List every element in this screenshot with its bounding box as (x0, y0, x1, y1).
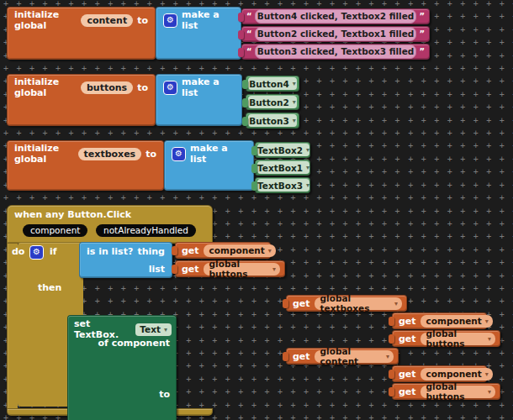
connector-tab (238, 30, 244, 39)
text-string-block[interactable]: “ Button2 clicked, Textbox1 filled ” (241, 26, 430, 42)
variable-name-field[interactable]: content (81, 14, 133, 27)
component-block-textbox3[interactable]: TextBox3▾ (255, 177, 310, 193)
connector-tab (242, 80, 248, 89)
close-quote-icon: ” (419, 29, 425, 39)
variable-dropdown[interactable]: component▾ (420, 315, 493, 328)
variable-dropdown[interactable]: component▾ (204, 244, 276, 257)
component-dropdown[interactable]: TextBox2▾ (257, 144, 309, 156)
make-a-list-block-textboxes[interactable]: ⚙ make a list (164, 140, 254, 191)
dropdown-arrow-icon: ▾ (306, 164, 309, 171)
get-label: get (182, 245, 199, 256)
connector-tab (172, 265, 177, 274)
dropdown-arrow-icon: ▾ (394, 300, 398, 307)
get-global-content-block[interactable]: get global content▾ (286, 348, 399, 365)
init-global-buttons-block[interactable]: initialize global buttons to (7, 74, 156, 126)
connector-tab (283, 299, 288, 308)
dropdown-arrow-icon: ▾ (306, 181, 309, 189)
connector-tab (389, 317, 394, 326)
component-dropdown[interactable]: Button3▾ (248, 114, 297, 127)
text-field[interactable]: Button2 clicked, Textbox1 filled (255, 27, 417, 41)
connector-tab (251, 181, 257, 191)
component-dropdown[interactable]: TextBox3▾ (257, 179, 309, 192)
mutator-gear-icon[interactable]: ⚙ (163, 13, 177, 28)
variable-dropdown[interactable]: global buttons▾ (420, 333, 495, 345)
get-label: get (399, 386, 416, 397)
text-field[interactable]: Button3 clicked, Textbox3 filled (255, 45, 417, 59)
connector-tab (283, 352, 288, 361)
blockly-workspace[interactable]: ++++++++++++++++++++++++++++++++++++++++… (0, 0, 513, 420)
text-string-block[interactable]: “ Button4 clicked, Textbox2 filled ” (241, 8, 430, 24)
do-label: do (12, 244, 24, 260)
get-label: get (399, 333, 416, 344)
to-label: to (159, 386, 170, 403)
variable-name-field[interactable]: buttons (81, 81, 133, 94)
connector-tab (389, 334, 394, 344)
component-block-button2[interactable]: Button2▾ (246, 94, 299, 110)
component-block-textbox2[interactable]: TextBox2▾ (255, 142, 310, 158)
get-component-block[interactable]: get component▾ (392, 312, 487, 329)
variable-dropdown[interactable]: global buttons▾ (204, 263, 280, 276)
get-global-buttons-block[interactable]: get global buttons▾ (175, 260, 285, 277)
component-dropdown[interactable]: TextBox1▾ (257, 161, 309, 174)
init-label: initialize global (14, 9, 77, 31)
component-block-button3[interactable]: Button3▾ (246, 113, 299, 129)
init-global-textboxes-block[interactable]: initialize global textboxes to (7, 140, 164, 191)
get-global-buttons-block[interactable]: get global buttons▾ (392, 330, 500, 347)
get-global-buttons-block[interactable]: get global buttons▾ (392, 383, 500, 400)
variable-dropdown[interactable]: component▾ (420, 368, 493, 381)
dropdown-arrow-icon: ▾ (293, 98, 296, 106)
get-label: get (293, 298, 310, 309)
open-quote-icon: “ (246, 29, 252, 39)
dropdown-arrow-icon: ▾ (488, 335, 491, 343)
connector-tab (172, 246, 177, 255)
thing-label: thing (137, 246, 165, 257)
param-pill-notalreadyhandled[interactable]: notAlreadyHandled (96, 224, 196, 237)
dropdown-arrow-icon: ▾ (293, 80, 296, 87)
dropdown-arrow-icon: ▾ (164, 326, 167, 333)
property-dropdown[interactable]: Text▾ (135, 323, 172, 336)
variable-dropdown[interactable]: global content▾ (315, 350, 394, 363)
make-a-list-block-buttons[interactable]: ⚙ make a list (156, 74, 242, 126)
if-label: if (50, 244, 57, 260)
component-block-textbox1[interactable]: TextBox1▾ (255, 160, 310, 176)
connector-tab (389, 387, 394, 396)
get-global-textboxes-block[interactable]: get global textboxes▾ (286, 295, 407, 312)
set-textbox-text-block[interactable]: set TextBox. Text▾ of component to (67, 315, 177, 420)
connector-tab (251, 146, 257, 155)
get-label: get (182, 264, 199, 275)
text-field[interactable]: Button4 clicked, Textbox2 filled (255, 9, 417, 24)
dropdown-arrow-icon: ▾ (485, 370, 489, 378)
make-a-list-label: make a list (182, 76, 235, 98)
text-string-block[interactable]: “ Button3 clicked, Textbox3 filled ” (241, 44, 430, 60)
if-mutator-gear-icon[interactable]: ⚙ (29, 245, 44, 260)
variable-name-field[interactable]: textboxes (78, 148, 142, 160)
param-pill-component[interactable]: component (23, 224, 87, 237)
connector-tab (238, 48, 244, 57)
dropdown-arrow-icon: ▾ (272, 265, 276, 273)
connector-tab (251, 164, 257, 173)
dropdown-arrow-icon: ▾ (485, 318, 489, 325)
variable-dropdown[interactable]: global buttons▾ (420, 386, 495, 398)
connector-tab (242, 117, 248, 126)
when-block-left-column[interactable] (7, 244, 18, 408)
connector-tab (242, 98, 248, 108)
init-label: initialize global (14, 76, 77, 98)
get-component-block[interactable]: get component▾ (392, 365, 487, 382)
init-global-content-block[interactable]: initialize global content to (7, 7, 156, 60)
get-label: get (399, 369, 416, 380)
component-dropdown[interactable]: Button4▾ (248, 77, 297, 90)
init-label: initialize global (14, 143, 74, 165)
mutator-gear-icon[interactable]: ⚙ (172, 147, 186, 161)
to-label: to (137, 15, 148, 26)
component-block-button4[interactable]: Button4▾ (246, 76, 299, 92)
get-component-block[interactable]: get component▾ (175, 242, 271, 259)
mutator-gear-icon[interactable]: ⚙ (163, 81, 177, 95)
is-in-list-block[interactable]: is in list? thing list (79, 242, 172, 278)
to-label: to (137, 82, 148, 93)
make-a-list-block-content[interactable]: ⚙ make a list (156, 7, 241, 60)
variable-dropdown[interactable]: global textboxes▾ (315, 297, 402, 310)
of-component-label: of component (98, 335, 170, 352)
close-quote-icon: ” (419, 12, 425, 21)
dropdown-arrow-icon: ▾ (293, 117, 296, 124)
component-dropdown[interactable]: Button2▾ (248, 96, 297, 108)
